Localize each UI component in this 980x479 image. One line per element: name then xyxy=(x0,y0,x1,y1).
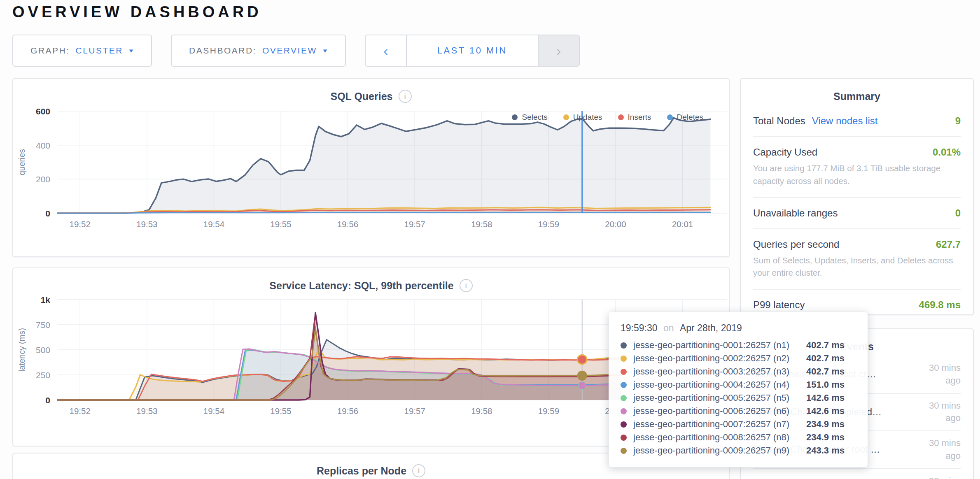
svg-text:20:01: 20:01 xyxy=(672,219,693,229)
chart-tooltip: 19:59:30 on Apr 28th, 2019 jesse-geo-par… xyxy=(609,312,868,467)
dashboard-dropdown-label: DASHBOARD: xyxy=(189,46,257,56)
svg-text:19:57: 19:57 xyxy=(404,219,425,229)
series-dot-icon xyxy=(621,408,627,414)
time-next-button[interactable]: › xyxy=(538,35,579,66)
svg-text:0: 0 xyxy=(45,209,50,218)
legend-dot-icon xyxy=(618,114,624,120)
info-icon[interactable]: i xyxy=(399,90,412,103)
info-icon[interactable]: i xyxy=(412,464,425,477)
tooltip-time: 19:59:30 xyxy=(621,323,658,333)
svg-text:600: 600 xyxy=(36,107,50,116)
tooltip-node-value: 243.3 ms xyxy=(806,445,845,456)
tooltip-node-name: jesse-geo-partitioning-0006:26257 (n6) xyxy=(633,406,806,416)
event-timestamp: 30 mins ago xyxy=(912,437,961,463)
summary-row-queries-per-second: Queries per second 627.7 Sum of Selects,… xyxy=(753,229,961,290)
chevron-down-icon: ▾ xyxy=(129,47,135,54)
tooltip-node-value: 402.7 ms xyxy=(806,353,845,364)
dashboard-dropdown[interactable]: DASHBOARD: OVERVIEW ▾ xyxy=(171,35,346,67)
legend-label: Updates xyxy=(573,113,602,122)
summary-value: 627.7 xyxy=(936,239,961,250)
tooltip-node-value: 151.0 ms xyxy=(806,379,845,390)
sql-queries-header: SQL Queries i xyxy=(13,79,729,103)
summary-value: 469.8 ms xyxy=(919,299,961,311)
legend-item-deletes[interactable]: Deletes xyxy=(667,113,703,122)
svg-text:19:53: 19:53 xyxy=(136,219,157,229)
legend-dot-icon xyxy=(563,114,569,120)
svg-text:19:57: 19:57 xyxy=(404,406,425,416)
svg-text:19:56: 19:56 xyxy=(337,219,358,229)
tooltip-node-name: jesse-geo-partitioning-0009:26257 (n9) xyxy=(633,445,806,456)
tooltip-row: jesse-geo-partitioning-0005:26257 (n5)14… xyxy=(621,391,856,405)
summary-label: Unavailable ranges xyxy=(753,207,838,219)
series-dot-icon xyxy=(621,356,627,362)
time-range-label[interactable]: LAST 10 MIN xyxy=(407,35,538,66)
graph-dropdown-label: GRAPH: xyxy=(30,46,70,56)
legend-item-selects[interactable]: Selects xyxy=(512,113,547,122)
chart-legend: SelectsUpdatesInsertsDeletes xyxy=(512,113,703,122)
svg-text:19:52: 19:52 xyxy=(70,219,91,229)
summary-row-unavailable-ranges: Unavailable ranges 0 xyxy=(753,198,961,229)
svg-text:19:55: 19:55 xyxy=(270,406,291,416)
svg-text:200: 200 xyxy=(36,174,50,184)
dashboard-dropdown-value: OVERVIEW xyxy=(262,46,317,56)
summary-label: Queries per second xyxy=(753,239,839,250)
sql-queries-panel: SQL Queries i SelectsUpdatesInsertsDelet… xyxy=(12,78,730,257)
overview-dashboard-page: OVERVIEW DASHBOARD GRAPH: CLUSTER ▾ DASH… xyxy=(0,0,980,479)
svg-text:1k: 1k xyxy=(41,295,51,305)
tooltip-date: Apr 28th, 2019 xyxy=(680,323,742,333)
tooltip-node-value: 142.6 ms xyxy=(806,393,845,403)
summary-value: 0 xyxy=(955,207,961,219)
svg-text:queries: queries xyxy=(17,149,26,175)
tooltip-node-value: 402.7 ms xyxy=(806,366,845,377)
legend-item-inserts[interactable]: Inserts xyxy=(618,113,651,122)
tooltip-node-name: jesse-geo-partitioning-0002:26257 (n2) xyxy=(633,353,806,364)
time-range-selector: ‹ LAST 10 MIN › xyxy=(365,35,580,67)
series-dot-icon xyxy=(621,435,627,441)
svg-text:250: 250 xyxy=(36,370,50,380)
svg-text:19:58: 19:58 xyxy=(471,406,492,416)
summary-rows: Total Nodes View nodes list 9 Capacity U… xyxy=(741,106,973,320)
legend-item-updates[interactable]: Updates xyxy=(563,113,602,122)
summary-label: Capacity Used xyxy=(753,146,817,158)
series-dot-icon xyxy=(621,421,627,428)
svg-text:19:59: 19:59 xyxy=(538,219,559,229)
summary-subtext: You are using 177.7 MiB of 3.1 TiB usabl… xyxy=(753,162,961,188)
tooltip-row: jesse-geo-partitioning-0008:26257 (n8)23… xyxy=(621,431,856,444)
tooltip-header: 19:59:30 on Apr 28th, 2019 xyxy=(621,323,856,334)
tooltip-node-name: jesse-geo-partitioning-0007:26257 (n7) xyxy=(633,419,806,430)
graph-dropdown[interactable]: GRAPH: CLUSTER ▾ xyxy=(12,35,152,67)
summary-label: P99 latency xyxy=(753,299,805,311)
view-nodes-list-link[interactable]: View nodes list xyxy=(812,115,878,127)
event-timestamp: 30 mins ago xyxy=(912,475,961,479)
summary-panel: Summary Total Nodes View nodes list 9 Ca… xyxy=(740,78,974,315)
svg-text:19:55: 19:55 xyxy=(270,219,291,229)
tooltip-row: jesse-geo-partitioning-0006:26257 (n6)14… xyxy=(621,405,856,418)
svg-text:20:00: 20:00 xyxy=(605,219,626,229)
svg-text:19:56: 19:56 xyxy=(337,406,358,416)
series-dot-icon xyxy=(621,342,627,349)
info-icon[interactable]: i xyxy=(460,279,473,292)
svg-text:400: 400 xyxy=(36,141,50,150)
event-row: Table Created: User root cr…30 mins ago xyxy=(753,469,961,479)
summary-row-capacity-used: Capacity Used 0.01% You are using 177.7 … xyxy=(753,137,961,198)
tooltip-row: jesse-geo-partitioning-0004:26257 (n4)15… xyxy=(621,378,856,391)
svg-text:500: 500 xyxy=(36,345,50,355)
tooltip-row: jesse-geo-partitioning-0002:26257 (n2)40… xyxy=(621,352,856,365)
tooltip-node-name: jesse-geo-partitioning-0001:26257 (n1) xyxy=(633,340,806,351)
tooltip-row: jesse-geo-partitioning-0007:26257 (n7)23… xyxy=(621,418,856,431)
tooltip-node-value: 142.6 ms xyxy=(806,406,845,416)
tooltip-node-value: 402.7 ms xyxy=(806,340,845,351)
tooltip-node-name: jesse-geo-partitioning-0008:26257 (n8) xyxy=(633,432,806,443)
legend-label: Deletes xyxy=(677,113,703,122)
tooltip-row: jesse-geo-partitioning-0003:26257 (n3)40… xyxy=(621,365,856,378)
svg-text:19:52: 19:52 xyxy=(70,406,91,416)
series-dot-icon xyxy=(621,369,627,375)
svg-text:19:54: 19:54 xyxy=(203,219,224,229)
page-title: OVERVIEW DASHBOARD xyxy=(12,3,262,21)
series-dot-icon xyxy=(621,448,627,454)
legend-dot-icon xyxy=(667,114,673,120)
chart-title: Service Latency: SQL, 99th percentile xyxy=(269,280,453,292)
time-prev-button[interactable]: ‹ xyxy=(366,35,407,66)
summary-subtext: Sum of Selects, Updates, Inserts, and De… xyxy=(753,254,961,280)
sql-queries-chart[interactable]: 020040060019:5219:5319:5419:5519:5619:57… xyxy=(13,103,729,241)
